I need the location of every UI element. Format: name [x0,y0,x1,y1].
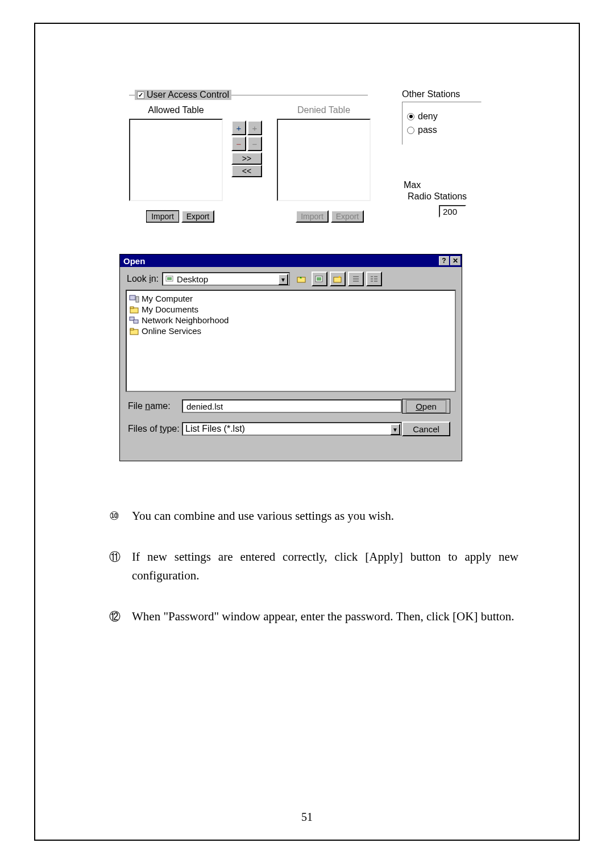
list-view-icon[interactable] [348,272,364,286]
list-item[interactable]: My Computer [129,293,453,304]
filename-label: File name: [128,401,182,411]
svg-rect-22 [130,328,134,330]
filetype-dropdown[interactable]: List Files (*.lst) ▼ [182,422,402,436]
allowed-export-button[interactable]: Export [181,210,214,223]
max-label: Max [404,180,421,190]
remove-allowed-button[interactable]: − [231,136,246,151]
move-right-button[interactable]: >> [231,152,262,165]
network-icon [129,316,139,325]
close-icon[interactable]: ✕ [450,256,460,265]
folder-icon [129,305,139,314]
remove-denied-button[interactable]: − [247,136,262,151]
details-view-icon[interactable] [366,272,382,286]
chevron-down-icon[interactable]: ▼ [390,424,400,435]
radio-icon [407,113,414,120]
svg-rect-16 [136,297,139,302]
filetype-label: Files of type: [128,424,182,434]
list-item[interactable]: Online Services [129,326,453,336]
chevron-down-icon[interactable]: ▼ [278,274,288,285]
uac-checkbox-row[interactable]: ✓ User Access Control [135,90,231,100]
enum-text: You can combine and use various settings… [132,507,518,526]
cancel-button[interactable]: Cancel [402,422,450,436]
checkbox-icon[interactable]: ✓ [137,91,144,99]
other-stations-legend: Other Stations [402,89,482,99]
help-icon[interactable]: ? [439,256,449,265]
look-in-label: Look in: [127,274,159,284]
desktop-icon [165,274,175,283]
radio-deny[interactable]: deny [407,111,476,122]
enum-text: If new settings are entered correctly, c… [132,548,518,586]
up-one-level-icon[interactable] [293,272,309,286]
folder-icon [129,327,139,336]
enum-marker: ⑫ [109,607,126,627]
uac-checkbox-label: User Access Control [147,90,229,100]
open-dialog: Open ? ✕ Look in: Desktop ▼ [119,254,462,461]
radio-pass[interactable]: pass [407,125,476,135]
add-denied-button[interactable]: + [247,120,262,135]
svg-rect-15 [130,295,135,300]
allowed-table-title: Allowed Table [129,105,223,115]
add-allowed-button[interactable]: + [231,120,246,135]
show-desktop-icon[interactable] [312,272,327,286]
svg-rect-1 [167,277,172,280]
svg-rect-20 [134,320,138,323]
enum-marker: ⑪ [109,548,126,586]
new-folder-icon[interactable] [330,272,346,286]
denied-table-title: Denied Table [277,105,371,115]
file-list[interactable]: My Computer My Documents Network Neighbo… [126,290,456,392]
max-radio-stations-label: Radio Stations [408,191,467,202]
svg-rect-18 [130,307,134,308]
denied-import-button[interactable]: Import [296,210,329,223]
user-access-control-panel: ✓ User Access Control Allowed Table Deni… [129,89,484,228]
page-number: 51 [35,811,579,824]
denied-export-button[interactable]: Export [331,210,364,223]
body-text: ⑩ You can combine and use various settin… [109,507,518,648]
denied-table-listbox[interactable] [277,119,371,201]
allowed-import-button[interactable]: Import [146,210,179,223]
enum-text: When "Password" window appear, enter the… [132,607,518,627]
svg-rect-4 [317,277,321,281]
dialog-title: Open [123,256,145,266]
look-in-dropdown[interactable]: Desktop ▼ [162,272,290,286]
move-left-button[interactable]: << [231,165,262,177]
list-item[interactable]: My Documents [129,304,453,315]
list-item[interactable]: Network Neighborhood [129,315,453,326]
filename-input[interactable] [182,399,402,413]
open-button[interactable]: Open [402,399,450,414]
computer-icon [129,294,139,303]
radio-icon [407,127,414,134]
max-radio-stations-input[interactable] [439,205,466,218]
allowed-table-listbox[interactable] [129,119,223,201]
svg-rect-5 [334,277,341,282]
enum-marker: ⑩ [109,507,126,526]
